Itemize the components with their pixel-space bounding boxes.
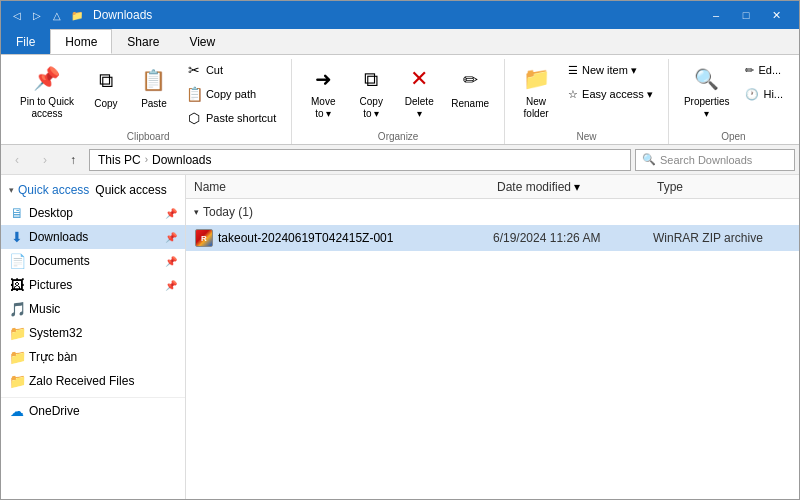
history-button[interactable]: 🕐 Hi... xyxy=(738,83,790,105)
rename-button[interactable]: ✏ Rename xyxy=(444,59,496,125)
sidebar-pictures-label: Pictures xyxy=(29,278,161,292)
file-date-cell: 6/19/2024 11:26 AM xyxy=(485,231,645,245)
col-name-label: Name xyxy=(194,180,226,194)
pin-to-quick-access-button[interactable]: 📌 Pin to Quickaccess xyxy=(13,59,81,125)
new-col-small: ☰ New item ▾ ☆ Easy access ▾ xyxy=(561,59,660,105)
copy-path-button[interactable]: 📋 Copy path xyxy=(179,83,283,105)
table-row[interactable]: R takeout-20240619T042415Z-001 6/19/2024… xyxy=(186,225,799,251)
tab-view[interactable]: View xyxy=(174,29,230,54)
quick-access-header[interactable]: ▾ Quick access Quick access xyxy=(1,179,185,201)
copy-to-icon: ⧉ xyxy=(355,64,387,94)
easy-access-button[interactable]: ☆ Easy access ▾ xyxy=(561,83,660,105)
group-header-today[interactable]: ▾ Today (1) xyxy=(186,199,799,225)
paste-button-label: Paste xyxy=(141,98,167,110)
new-item-button[interactable]: ☰ New item ▾ xyxy=(561,59,660,81)
sidebar-music-label: Music xyxy=(29,302,177,316)
sidebar-system32-label: System32 xyxy=(29,326,177,340)
sidebar-zalo-label: Zalo Received Files xyxy=(29,374,177,388)
quick-access-label: Quick access xyxy=(18,183,89,197)
title-bar: ◁ ▷ △ 📁 Downloads – □ ✕ xyxy=(1,1,799,29)
search-bar[interactable]: 🔍 Search Downloads xyxy=(635,149,795,171)
copy-button[interactable]: ⧉ Copy xyxy=(83,59,129,125)
cut-button[interactable]: ✂ Cut xyxy=(179,59,283,81)
ribbon: 📌 Pin to Quickaccess ⧉ Copy 📋 Paste ✂ Cu… xyxy=(1,55,799,145)
copy-to-button[interactable]: ⧉ Copyto ▾ xyxy=(348,59,394,125)
address-bar: ‹ › ↑ This PC › Downloads 🔍 Search Downl… xyxy=(1,145,799,175)
properties-button[interactable]: 🔍 Properties▾ xyxy=(677,59,737,125)
organize-buttons: ➜ Moveto ▾ ⧉ Copyto ▾ ✕ Delete▾ ✏ Rename xyxy=(300,59,496,129)
delete-icon: ✕ xyxy=(403,64,435,94)
title-bar-icons: ◁ ▷ △ 📁 xyxy=(9,7,85,23)
file-list-header: Name Date modified ▾ Type xyxy=(186,175,799,199)
easy-access-label: Easy access ▾ xyxy=(582,88,653,101)
sidebar-item-documents[interactable]: 📄 Documents 📌 xyxy=(1,249,185,273)
paste-shortcut-label: Paste shortcut xyxy=(206,112,276,124)
open-buttons: 🔍 Properties▾ ✏ Ed... 🕐 Hi... xyxy=(677,59,790,129)
zalo-icon: 📁 xyxy=(9,373,25,389)
paste-shortcut-icon: ⬡ xyxy=(186,110,202,126)
close-button[interactable]: ✕ xyxy=(761,1,791,29)
desktop-icon: 🖥 xyxy=(9,205,25,221)
sidebar-onedrive-label: OneDrive xyxy=(29,404,177,418)
new-folder-label: Newfolder xyxy=(524,96,549,120)
col-header-name[interactable]: Name xyxy=(186,180,489,194)
music-icon: 🎵 xyxy=(9,301,25,317)
new-folder-button[interactable]: 📁 Newfolder xyxy=(513,59,559,125)
maximize-button[interactable]: □ xyxy=(731,1,761,29)
move-to-button[interactable]: ➜ Moveto ▾ xyxy=(300,59,346,125)
address-downloads[interactable]: Downloads xyxy=(152,153,211,167)
system32-icon: 📁 xyxy=(9,325,25,341)
delete-button[interactable]: ✕ Delete▾ xyxy=(396,59,442,125)
organize-group-label: Organize xyxy=(300,129,496,144)
sidebar-trucban-label: Trực bàn xyxy=(29,350,177,364)
ribbon-tabs: File Home Share View xyxy=(1,29,799,55)
address-path[interactable]: This PC › Downloads xyxy=(89,149,631,171)
copy-path-icon: 📋 xyxy=(186,86,202,102)
back-button[interactable]: ‹ xyxy=(5,149,29,171)
new-buttons: 📁 Newfolder ☰ New item ▾ ☆ Easy access ▾ xyxy=(513,59,660,129)
new-item-icon: ☰ xyxy=(568,64,578,77)
tab-share[interactable]: Share xyxy=(112,29,174,54)
sidebar-item-system32[interactable]: 📁 System32 xyxy=(1,321,185,345)
ribbon-group-new: 📁 Newfolder ☰ New item ▾ ☆ Easy access ▾… xyxy=(505,59,669,144)
sidebar-item-downloads[interactable]: ⬇ Downloads 📌 xyxy=(1,225,185,249)
easy-access-icon: ☆ xyxy=(568,88,578,101)
sidebar-item-music[interactable]: 🎵 Music xyxy=(1,297,185,321)
col-type-label: Type xyxy=(657,180,683,194)
history-icon: 🕐 xyxy=(745,88,759,101)
sidebar-desktop-label: Desktop xyxy=(29,206,161,220)
tab-file[interactable]: File xyxy=(1,29,50,54)
tab-home[interactable]: Home xyxy=(50,29,112,54)
sidebar-item-trucban[interactable]: 📁 Trực bàn xyxy=(1,345,185,369)
forward-button[interactable]: › xyxy=(33,149,57,171)
sidebar-downloads-label: Downloads xyxy=(29,230,161,244)
sidebar-item-onedrive[interactable]: ☁ OneDrive xyxy=(1,397,185,421)
cut-icon: ✂ xyxy=(186,62,202,78)
forward-icon-title: ▷ xyxy=(29,7,45,23)
documents-pin: 📌 xyxy=(165,256,177,267)
sidebar-item-desktop[interactable]: 🖥 Desktop 📌 xyxy=(1,201,185,225)
sidebar-documents-label: Documents xyxy=(29,254,161,268)
paste-button[interactable]: 📋 Paste xyxy=(131,59,177,125)
sidebar-item-pictures[interactable]: 🖼 Pictures 📌 xyxy=(1,273,185,297)
quick-access-text: Quick access xyxy=(95,183,166,197)
up-button[interactable]: ↑ xyxy=(61,149,85,171)
minimize-button[interactable]: – xyxy=(701,1,731,29)
new-folder-icon: 📁 xyxy=(520,64,552,94)
ribbon-group-open: 🔍 Properties▾ ✏ Ed... 🕐 Hi... Open xyxy=(669,59,798,144)
col-header-type[interactable]: Type xyxy=(649,180,799,194)
sidebar-item-zaloreceived[interactable]: 📁 Zalo Received Files xyxy=(1,369,185,393)
paste-shortcut-button[interactable]: ⬡ Paste shortcut xyxy=(179,107,283,129)
sidebar: ▾ Quick access Quick access 🖥 Desktop 📌 … xyxy=(1,175,186,500)
col-header-date[interactable]: Date modified ▾ xyxy=(489,180,649,194)
group-name: Today (1) xyxy=(203,205,253,219)
clipboard-col-small: ✂ Cut 📋 Copy path ⬡ Paste shortcut xyxy=(179,59,283,129)
address-this-pc[interactable]: This PC xyxy=(98,153,141,167)
file-icon-winrar: R xyxy=(194,228,214,248)
edit-button[interactable]: ✏ Ed... xyxy=(738,59,790,81)
clipboard-group-label: Clipboard xyxy=(13,129,283,144)
downloads-pin: 📌 xyxy=(165,232,177,243)
open-col-small: ✏ Ed... 🕐 Hi... xyxy=(738,59,790,105)
pictures-pin: 📌 xyxy=(165,280,177,291)
documents-icon: 📄 xyxy=(9,253,25,269)
